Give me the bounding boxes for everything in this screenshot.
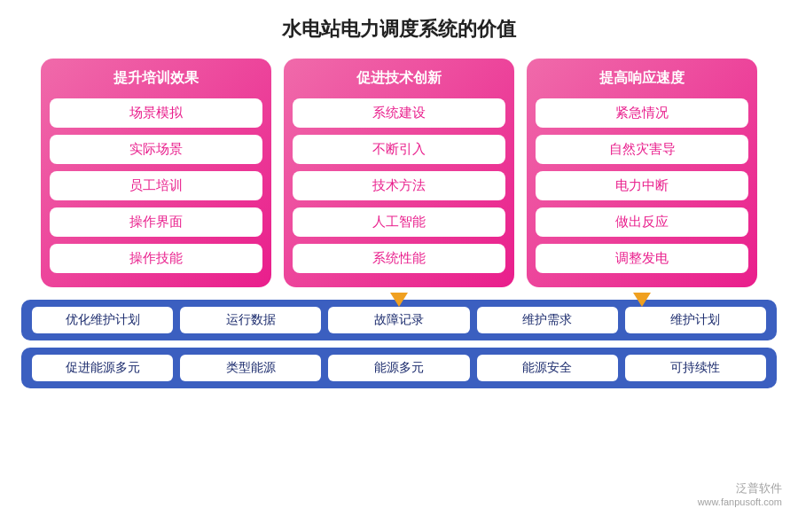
row1-item-5: 维护计划 bbox=[625, 307, 766, 333]
column-title-3: 提高响应速度 bbox=[599, 69, 685, 88]
column-card-1: 提升培训效果场景模拟实际场景员工培训操作界面操作技能 bbox=[41, 59, 271, 287]
row2-item-5: 可持续性 bbox=[625, 355, 766, 381]
row1-item-3: 故障记录 bbox=[328, 307, 469, 333]
row2-item-1: 促进能源多元 bbox=[32, 355, 173, 381]
item-box-col3-row1: 紧急情况 bbox=[536, 98, 748, 128]
row1-item-4: 维护需求 bbox=[477, 307, 618, 333]
column-card-2: 促进技术创新系统建设不断引入技术方法人工智能系统性能 bbox=[284, 59, 514, 287]
item-box-col1-row5: 操作技能 bbox=[50, 244, 262, 273]
item-box-col3-row2: 自然灾害导 bbox=[536, 135, 748, 164]
item-box-col3-row5: 调整发电 bbox=[536, 244, 748, 273]
page-wrapper: 水电站电力调度系统的价值 提升培训效果场景模拟实际场景员工培训操作界面操作技能促… bbox=[0, 0, 798, 532]
column-card-3: 提高响应速度紧急情况自然灾害导电力中断做出反应调整发电 bbox=[527, 59, 757, 287]
item-box-col2-row4: 人工智能 bbox=[293, 207, 505, 237]
item-box-col1-row3: 员工培训 bbox=[50, 171, 262, 200]
item-box-col1-row2: 实际场景 bbox=[50, 135, 262, 164]
arrow-down-col2 bbox=[390, 293, 408, 307]
item-box-col3-row4: 做出反应 bbox=[536, 207, 748, 237]
top-section: 提升培训效果场景模拟实际场景员工培训操作界面操作技能促进技术创新系统建设不断引入… bbox=[21, 59, 777, 287]
bottom-row-2: 促进能源多元类型能源能源多元能源安全可持续性 bbox=[21, 348, 777, 388]
item-box-col2-row1: 系统建设 bbox=[293, 98, 505, 128]
bottom-rows: 优化维护计划运行数据故障记录维护需求维护计划 促进能源多元类型能源能源多元能源安… bbox=[21, 300, 777, 388]
watermark-brand: 泛普软件 bbox=[736, 481, 782, 497]
column-title-1: 提升培训效果 bbox=[113, 69, 199, 88]
page-title: 水电站电力调度系统的价值 bbox=[282, 16, 516, 43]
arrow-down-col3 bbox=[633, 293, 651, 307]
column-title-2: 促进技术创新 bbox=[356, 69, 442, 88]
item-box-col1-row4: 操作界面 bbox=[50, 207, 262, 237]
row2-item-4: 能源安全 bbox=[477, 355, 618, 381]
item-box-col2-row5: 系统性能 bbox=[293, 244, 505, 273]
row2-item-3: 能源多元 bbox=[328, 355, 469, 381]
row1-item-2: 运行数据 bbox=[180, 307, 321, 333]
item-box-col2-row2: 不断引入 bbox=[293, 135, 505, 164]
item-box-col2-row3: 技术方法 bbox=[293, 171, 505, 200]
item-box-col3-row3: 电力中断 bbox=[536, 171, 748, 200]
watermark-url: www.fanpusoft.com bbox=[698, 497, 782, 507]
row1-item-1: 优化维护计划 bbox=[32, 307, 173, 333]
row2-item-2: 类型能源 bbox=[180, 355, 321, 381]
watermark: 泛普软件 www.fanpusoft.com bbox=[698, 481, 782, 507]
item-box-col1-row1: 场景模拟 bbox=[50, 98, 262, 128]
